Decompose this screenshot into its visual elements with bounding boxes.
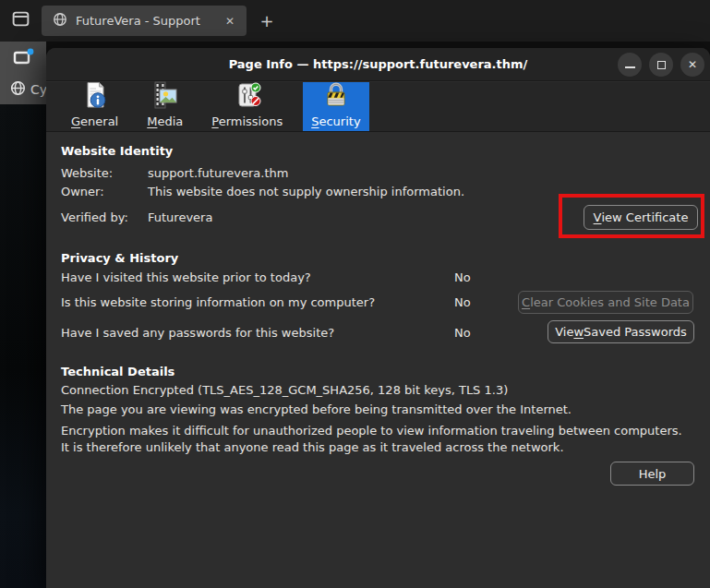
- tab-close-icon[interactable]: ✕: [221, 12, 239, 30]
- tab-permissions[interactable]: Permissions: [203, 82, 291, 131]
- technical-details-heading: Technical Details: [61, 365, 174, 378]
- tab-label: Permissions: [211, 114, 283, 128]
- firefox-view-icon: [11, 9, 30, 32]
- privacy-answer: No: [454, 326, 471, 340]
- dialog-title: Page Info — https://support.futurevera.t…: [46, 57, 710, 71]
- tab-label: General: [71, 114, 118, 128]
- media-filmstrip-icon: [150, 80, 180, 114]
- browser-tab-bar: FutureVera - Support ✕ +: [0, 0, 710, 42]
- verified-by-value: Futurevera: [148, 210, 212, 224]
- privacy-answer: No: [454, 270, 471, 284]
- technical-line: Connection Encrypted (TLS_AES_128_GCM_SH…: [61, 383, 508, 397]
- tab-security[interactable]: Security: [303, 82, 368, 131]
- owner-label: Owner:: [61, 185, 104, 198]
- annotation-highlight-box: [559, 194, 704, 238]
- help-button[interactable]: Help: [610, 462, 694, 486]
- privacy-answer: No: [454, 295, 471, 309]
- background-partial-text: Cy: [30, 82, 47, 97]
- background-url-fragment: Cy: [10, 80, 47, 99]
- maximize-icon: [657, 61, 666, 69]
- website-label: Website:: [61, 166, 113, 180]
- tab-general[interactable]: General: [63, 82, 126, 131]
- privacy-question: Have I saved any passwords for this webs…: [61, 326, 334, 340]
- privacy-question: Have I visited this website prior to tod…: [61, 270, 311, 284]
- owner-value: This website does not supply ownership i…: [148, 185, 464, 198]
- dialog-tab-strip: General Media: [46, 82, 710, 132]
- window-box-icon: [12, 47, 35, 71]
- background-page-content: [0, 104, 46, 588]
- technical-line: Encryption makes it difficult for unauth…: [61, 424, 682, 438]
- technical-line: It is therefore unlikely that anyone rea…: [61, 440, 564, 454]
- close-button[interactable]: ✕: [680, 53, 704, 77]
- minimize-icon: [625, 66, 635, 68]
- document-info-icon: [80, 80, 110, 114]
- background-toolbar: Cy: [0, 42, 46, 104]
- security-lock-icon: [321, 80, 351, 114]
- tab-label: Media: [147, 114, 183, 128]
- maximize-button[interactable]: [649, 53, 673, 77]
- privacy-history-heading: Privacy & History: [61, 251, 178, 265]
- clear-cookies-button[interactable]: Clear Cookies and Site Data: [518, 291, 693, 314]
- technical-line: The page you are viewing was encrypted b…: [61, 402, 572, 416]
- browser-tab[interactable]: FutureVera - Support ✕: [42, 6, 247, 36]
- tab-label: Security: [311, 114, 360, 128]
- page-info-dialog: Page Info — https://support.futurevera.t…: [46, 48, 710, 588]
- plus-icon: +: [259, 11, 273, 30]
- permissions-sliders-icon: [233, 80, 262, 114]
- globe-icon: [10, 80, 26, 99]
- view-saved-passwords-button[interactable]: View Saved Passwords: [548, 320, 694, 343]
- browser-tab-title: FutureVera - Support: [76, 14, 212, 28]
- close-icon: ✕: [688, 59, 697, 70]
- tab-media[interactable]: Media: [138, 82, 191, 131]
- website-identity-heading: Website Identity: [61, 144, 173, 158]
- privacy-question: Is this website storing information on m…: [61, 295, 375, 309]
- window-controls: ✕: [618, 53, 704, 77]
- new-tab-button[interactable]: +: [256, 9, 278, 31]
- verified-by-label: Verified by:: [61, 210, 128, 224]
- globe-icon: [53, 12, 67, 30]
- firefox-view-button[interactable]: [9, 9, 31, 31]
- website-value: support.futurevera.thm: [148, 166, 288, 180]
- minimize-button[interactable]: [618, 53, 642, 77]
- dialog-titlebar[interactable]: Page Info — https://support.futurevera.t…: [46, 48, 710, 81]
